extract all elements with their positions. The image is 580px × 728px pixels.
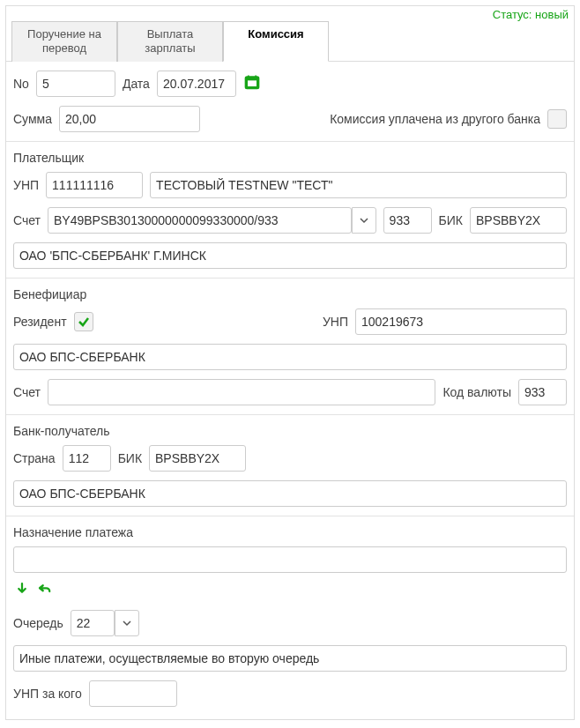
sum-label: Сумма (13, 112, 52, 126)
recipient-country-label: Страна (13, 451, 56, 465)
sum-input[interactable] (59, 106, 200, 132)
resident-checkbox[interactable] (74, 312, 93, 331)
beneficiary-unp-input[interactable] (355, 308, 567, 335)
beneficiary-unp-label: УНП (323, 315, 348, 329)
purpose-title: Назначение платежа (13, 525, 567, 539)
tab-bar: Поручение на перевод Выплата зарплаты Ко… (6, 6, 574, 62)
form-panel: Статус: новый Поручение на перевод Выпла… (5, 5, 575, 720)
recipient-bic-input (149, 445, 246, 472)
number-input[interactable] (36, 71, 115, 97)
payer-bank-name-input (13, 242, 567, 269)
payer-name-input (150, 172, 567, 198)
recipient-bank-title: Банк-получатель (13, 424, 567, 438)
arrow-down-icon[interactable] (13, 580, 31, 598)
number-label: No (13, 77, 29, 91)
form-body: No Дата Сумма Комиссия уплачена из друго… (6, 62, 574, 719)
status-badge: Статус: новый (493, 8, 569, 21)
payer-unp-input (46, 172, 143, 198)
payer-account-dropdown[interactable] (352, 207, 376, 234)
tab-commission[interactable]: Комиссия (223, 21, 329, 62)
date-label: Дата (123, 77, 150, 91)
beneficiary-account-input[interactable] (48, 379, 435, 405)
undo-icon[interactable] (36, 580, 54, 598)
payer-unp-label: УНП (13, 178, 39, 192)
resident-label: Резидент (13, 315, 67, 329)
unp-for-label: УНП за кого (13, 687, 82, 701)
payer-account-label: Счет (13, 213, 41, 227)
payer-currency-input (383, 207, 432, 234)
divider (6, 141, 574, 142)
recipient-bank-name-input (13, 480, 567, 507)
queue-description-input (13, 645, 567, 672)
recipient-country-input (63, 445, 111, 472)
divider (6, 278, 574, 279)
divider (6, 516, 574, 516)
payer-bic-input (470, 207, 567, 234)
purpose-textarea[interactable] (13, 546, 567, 573)
queue-label: Очередь (13, 616, 63, 630)
unp-for-input[interactable] (89, 680, 177, 707)
paid-other-bank-label: Комиссия уплачена из другого банка (330, 112, 540, 126)
queue-dropdown[interactable] (115, 610, 139, 636)
payer-account-input[interactable] (48, 207, 352, 234)
tab-transfer-order[interactable]: Поручение на перевод (11, 21, 117, 62)
queue-input[interactable] (71, 610, 115, 636)
recipient-bic-label: БИК (118, 451, 142, 465)
date-input[interactable] (157, 71, 236, 97)
paid-other-bank-checkbox[interactable] (547, 109, 567, 129)
svg-rect-1 (247, 80, 257, 87)
calendar-icon[interactable] (243, 73, 261, 93)
beneficiary-currency-label: Код валюты (442, 385, 511, 399)
beneficiary-name-input (13, 344, 567, 370)
payer-title: Плательщик (13, 151, 567, 165)
tab-salary[interactable]: Выплата зарплаты (117, 21, 223, 62)
divider (6, 414, 574, 415)
beneficiary-currency-input (518, 379, 567, 405)
payer-bic-label: БИК (439, 213, 463, 227)
beneficiary-title: Бенефициар (13, 287, 567, 301)
beneficiary-account-label: Счет (13, 385, 41, 399)
